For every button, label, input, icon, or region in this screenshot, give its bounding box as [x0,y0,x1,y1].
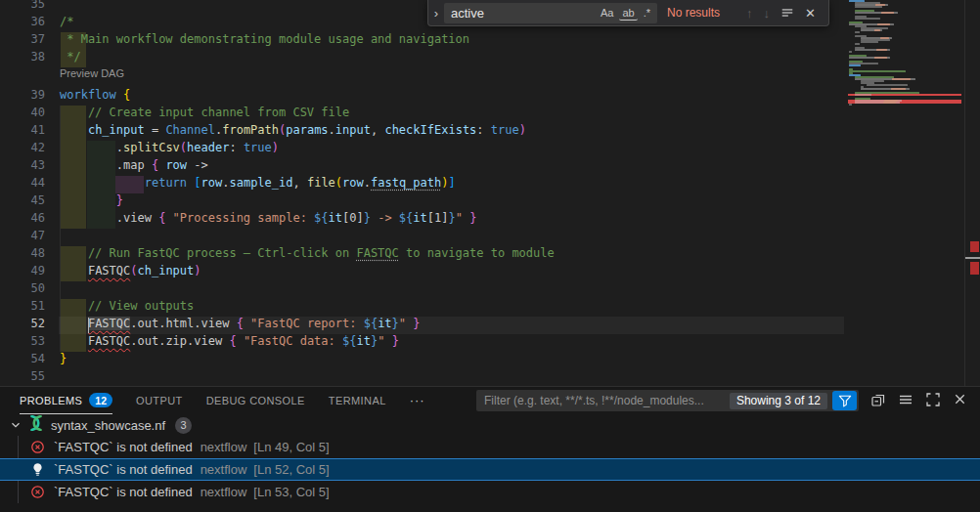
problem-row[interactable]: `FASTQC` is not definednextflow[Ln 52, C… [0,458,980,481]
line-number-48: 48 [0,246,45,264]
panel-actions [869,391,968,407]
filter-input[interactable] [484,394,730,407]
maximize-panel-icon[interactable] [924,391,941,407]
filter-funnel-button[interactable] [832,391,857,410]
codelens-preview-dag[interactable]: Preview DAG [60,67,124,88]
whole-word-icon[interactable]: ab [619,6,637,21]
code-text: } [60,352,67,369]
find-input[interactable]: active Aa ab .* [444,3,657,23]
code-line-43[interactable]: 43 .map { row -> [0,158,844,176]
find-next-icon[interactable]: ↓ [764,6,771,21]
regex-icon[interactable]: .* [641,6,653,20]
code-text: FASTQC.out.html.view { "FastQC report: $… [60,317,421,334]
line-number-44: 44 [0,176,45,193]
code-text: // Create input channel from CSV file [60,106,349,123]
code-line-44[interactable]: 44 return [row.sample_id, file(row.fastq… [0,176,844,193]
match-case-icon[interactable]: Aa [598,6,616,20]
find-in-selection-icon[interactable] [780,6,794,20]
line-number-37: 37 [0,32,45,50]
code-line-50[interactable]: 50 [0,281,844,299]
problems-file-group[interactable]: syntax_showcase.nf 3 [0,414,980,436]
code-line-49[interactable]: 49 FASTQC(ch_input) [0,264,844,281]
find-close-icon[interactable]: ✕ [805,6,816,21]
close-panel-icon[interactable] [952,391,968,407]
problem-rows: `FASTQC` is not definednextflow[Ln 49, C… [0,436,980,503]
bottom-panel: PROBLEMS12OUTPUTDEBUG CONSOLETERMINAL···… [0,386,980,512]
find-status: No results [667,6,735,20]
code-editor[interactable]: 3536/*37 * Main workflow demonstrating m… [0,0,980,386]
collapse-all-icon[interactable] [869,391,886,407]
code-line-55[interactable]: 55 [0,369,844,386]
line-number-35: 35 [0,0,45,15]
ruler-marker [965,257,980,259]
line-number-51: 51 [0,299,45,317]
code-text: FASTQC(ch_input) [60,264,201,281]
line-number-36: 36 [0,15,45,32]
code-text: // Run FastQC process — Ctrl-click on FA… [60,246,555,264]
code-text: } [60,193,123,211]
problems-filter: Showing 3 of 12 [476,390,859,411]
line-number-54: 54 [0,352,45,369]
code-line-37[interactable]: 37 * Main workflow demonstrating module … [0,32,844,50]
problems-count-badge: 12 [89,393,112,407]
code-line-53[interactable]: 53 FASTQC.out.zip.view { "FastQC data: $… [0,334,844,352]
panel-tab-output[interactable]: OUTPUT [136,387,183,414]
line-number-49: 49 [0,264,45,281]
minimap[interactable] [847,0,964,386]
code-line-52[interactable]: 52 FASTQC.out.html.view { "FastQC report… [0,317,844,334]
problem-message: `FASTQC` is not defined [54,462,193,477]
line-number-40: 40 [0,106,45,123]
code-text: return [row.sample_id, file(row.fastq_pa… [60,176,456,193]
find-previous-icon[interactable]: ↑ [746,6,753,21]
code-line-45[interactable]: 45 } [0,193,844,211]
line-number-47: 47 [0,229,45,246]
problems-tree: syntax_showcase.nf 3 `FASTQC` is not def… [0,414,980,512]
find-query-text[interactable]: active [451,6,595,21]
code-line-48[interactable]: 48 // Run FastQC process — Ctrl-click on… [0,246,844,264]
code-line-46[interactable]: 46 .view { "Processing sample: ${it[0]} … [0,211,844,229]
panel-header: PROBLEMS12OUTPUTDEBUG CONSOLETERMINAL···… [0,387,980,414]
line-number-50: 50 [0,281,45,299]
line-number-53: 53 [0,334,45,352]
code-line-47[interactable]: 47 [0,229,844,246]
code-line-42[interactable]: 42 .splitCsv(header: true) [0,141,844,158]
line-number-52: 52 [0,317,45,334]
line-number-45: 45 [0,193,45,211]
nextflow-file-icon [27,415,45,435]
problem-source: nextflow [200,485,247,499]
code-text: ch_input = Channel.fromPath(params.input… [60,123,526,141]
code-line-40[interactable]: 40 // Create input channel from CSV file [0,106,844,123]
error-icon [30,440,45,454]
line-number-42: 42 [0,141,45,158]
code-line-41[interactable]: 41 ch_input = Channel.fromPath(params.in… [0,123,844,141]
find-widget: › active Aa ab .* No results ↑ ↓ ✕ [427,0,829,26]
code-text: * Main workflow demonstrating module usa… [60,32,469,50]
toggle-replace-icon[interactable]: › [428,6,444,21]
vscode-window: 3536/*37 * Main workflow demonstrating m… [0,0,980,512]
problem-source: nextflow [200,462,247,477]
view-as-table-icon[interactable] [897,391,913,407]
code-text: .view { "Processing sample: ${it[0]} -> … [60,211,476,229]
line-number-41: 41 [0,123,45,141]
problem-row[interactable]: `FASTQC` is not definednextflow[Ln 53, C… [0,481,980,503]
panel-tab-terminal[interactable]: TERMINAL [329,387,386,414]
problem-location: [Ln 52, Col 5] [253,462,329,477]
lightbulb-icon[interactable] [30,462,45,477]
problems-file-count-badge: 3 [175,417,192,434]
code-line-39[interactable]: 39workflow { [0,88,844,106]
panel-tab-debug-console[interactable]: DEBUG CONSOLE [206,387,305,414]
line-number-39: 39 [0,88,45,106]
code-line-51[interactable]: 51 // View outputs [0,299,844,317]
problem-row[interactable]: `FASTQC` is not definednextflow[Ln 49, C… [0,436,980,458]
more-tabs-icon[interactable]: ··· [410,387,425,414]
line-number-46: 46 [0,211,45,229]
problem-location: [Ln 53, Col 5] [253,485,329,499]
code-line-38[interactable]: 38 */ [0,50,844,67]
code-line-54[interactable]: 54} [0,352,844,369]
chevron-down-icon[interactable] [8,417,23,433]
panel-tab-problems[interactable]: PROBLEMS12 [20,387,112,414]
overview-ruler[interactable] [964,0,980,386]
code-text: .map { row -> [60,158,208,176]
problem-location: [Ln 49, Col 5] [253,440,329,454]
line-number-55: 55 [0,369,45,386]
